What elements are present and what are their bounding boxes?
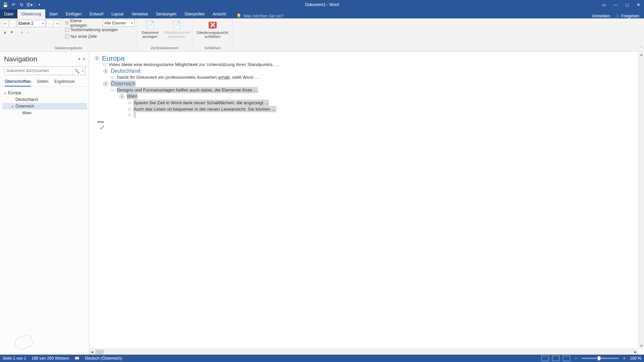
- scroll-right-icon[interactable]: ▶: [633, 350, 638, 354]
- collapse-ribbon-icon[interactable]: ˄: [640, 46, 642, 50]
- tab-mailings[interactable]: Sendungen: [152, 9, 180, 18]
- scroll-thumb[interactable]: [96, 350, 104, 354]
- status-language[interactable]: Deutsch (Österreich): [85, 356, 122, 361]
- scroll-up-icon[interactable]: ▲: [639, 52, 644, 57]
- outline-h2-oesterreich[interactable]: Österreich: [95, 80, 644, 87]
- promote-to-heading1-button[interactable]: ⇤: [2, 20, 9, 27]
- document-icon: 📄: [145, 20, 155, 30]
- nav-close-icon[interactable]: ✕: [83, 57, 86, 61]
- close-outline-view-button[interactable]: ✕ Gliederungsansichtschließen: [195, 20, 230, 39]
- outline-empty-row[interactable]: [95, 112, 644, 118]
- expand-plus-icon[interactable]: [95, 56, 99, 61]
- view-read-mode-icon[interactable]: [541, 356, 549, 361]
- share-button[interactable]: 👤 Freigeben: [615, 14, 639, 18]
- search-dropdown-icon[interactable]: ▾: [80, 69, 85, 72]
- tab-outlining[interactable]: Gliederung: [17, 9, 45, 18]
- nav-tab-headings[interactable]: Überschriften: [5, 77, 31, 86]
- qat-separator: [34, 2, 35, 8]
- tab-references[interactable]: Verweise: [127, 9, 152, 18]
- ribbon: ⇤ ← Ebene 2 ▾ → ⇥ ▲ ▼ ＋ －: [0, 18, 644, 52]
- nav-node-europa[interactable]: ▴ Europa: [2, 89, 87, 96]
- ribbon-display-options-icon[interactable]: ▭: [598, 0, 610, 9]
- outline-body-row[interactable]: Video bietet eine leistungsstarke Möglic…: [95, 61, 644, 68]
- navigation-search[interactable]: 🔍 ▾: [4, 66, 86, 75]
- outline-content: Europa Video bietet eine leistungsstarke…: [89, 52, 644, 131]
- zoom-out-button[interactable]: −: [574, 356, 578, 361]
- horizontal-scrollbar[interactable]: ◀ ▶: [89, 349, 638, 355]
- tab-home[interactable]: Start: [45, 9, 62, 18]
- view-web-layout-icon[interactable]: [563, 356, 570, 361]
- show-level-icon: ☷: [65, 21, 69, 25]
- outline-body-row[interactable]: Damit Ihr Dokument ein professionelles A…: [95, 74, 644, 80]
- promote-button[interactable]: ←: [9, 20, 16, 27]
- status-word-count[interactable]: 166 von 260 Wörtern: [32, 356, 69, 361]
- group-label-master: Zentraldokument: [139, 46, 190, 51]
- section-end-mark: [97, 122, 104, 122]
- vertical-scrollbar[interactable]: ▲ ▼: [638, 52, 644, 349]
- show-level-select[interactable]: Alle Ebenen ▾: [103, 19, 135, 27]
- collapse-button[interactable]: －: [25, 29, 32, 35]
- sign-in-link[interactable]: Anmelden: [592, 14, 610, 18]
- show-document-button[interactable]: 📄 Dokumentanzeigen: [139, 20, 161, 44]
- outline-body-row[interactable]: Sparen Sie Zeit in Word dank neuer Schal…: [95, 100, 644, 106]
- tab-view[interactable]: Ansicht: [209, 9, 230, 18]
- window-controls: ▭ — ◻ ✕: [598, 0, 644, 9]
- tell-me-search[interactable]: 💡 Was möchten Sie tun?: [236, 13, 284, 18]
- maximize-icon[interactable]: ◻: [621, 0, 633, 9]
- document-area[interactable]: Europa Video bietet eine leistungsstarke…: [89, 52, 644, 355]
- zoom-percent[interactable]: 100 %: [630, 356, 641, 361]
- nav-node-wien[interactable]: Wien: [2, 110, 87, 116]
- minimize-icon[interactable]: —: [610, 0, 621, 9]
- expand-button[interactable]: ＋: [19, 29, 25, 35]
- first-line-only-checkbox[interactable]: ✓Nur erste Zeile: [65, 33, 135, 40]
- body-bullet-icon: [111, 76, 114, 79]
- demote-button[interactable]: →: [46, 20, 53, 27]
- outline-body-row[interactable]: Designs und Formatvorlagen helfen auch d…: [95, 87, 644, 93]
- show-formatting-checkbox[interactable]: ✓Textformatierung anzeigen: [65, 26, 135, 33]
- zoom-slider-handle[interactable]: [598, 356, 600, 360]
- undo-icon[interactable]: ↶: [9, 1, 17, 9]
- tab-layout[interactable]: Layout: [107, 9, 127, 18]
- zoom-in-button[interactable]: +: [622, 356, 627, 361]
- expand-plus-icon[interactable]: [119, 94, 124, 99]
- zoom-slider[interactable]: [582, 358, 619, 359]
- scroll-left-icon[interactable]: ◀: [89, 350, 95, 354]
- demote-to-body-button[interactable]: ⇥: [54, 20, 60, 27]
- redo-icon[interactable]: ↻: [17, 1, 25, 9]
- move-up-button[interactable]: ▲: [2, 29, 8, 35]
- close-window-icon[interactable]: ✕: [633, 0, 644, 9]
- nav-tab-pages[interactable]: Seiten: [37, 77, 48, 86]
- scroll-down-icon[interactable]: ▼: [639, 343, 644, 349]
- outline-h1-europa[interactable]: Europa: [95, 55, 644, 61]
- outline-body-row[interactable]: Auch das Lesen ist bequemer in der neuen…: [95, 106, 644, 112]
- qat-customize-icon[interactable]: ▾: [35, 1, 43, 9]
- tab-insert[interactable]: Einfügen: [62, 9, 86, 18]
- outline-level-select[interactable]: Ebene 2 ▾: [17, 20, 46, 27]
- save-icon[interactable]: 💾: [1, 1, 9, 9]
- move-down-button[interactable]: ▼: [9, 29, 15, 35]
- tab-design[interactable]: Entwurf: [86, 9, 107, 18]
- watermark-logo-icon: [12, 330, 36, 351]
- nav-tab-results[interactable]: Ergebnisse: [54, 77, 74, 86]
- show-level-label: Ebene anzeigen:: [70, 18, 100, 28]
- search-icon[interactable]: 🔍: [72, 67, 80, 75]
- search-input[interactable]: [4, 68, 72, 73]
- collapse-caret-icon[interactable]: ▴: [3, 91, 7, 95]
- tab-file[interactable]: Datei: [0, 9, 17, 18]
- group-label-tools: Gliederungstools: [2, 46, 135, 51]
- view-print-layout-icon[interactable]: [552, 356, 559, 361]
- collapse-caret-icon[interactable]: ▴: [11, 105, 14, 108]
- nav-node-deutschland[interactable]: Deutschland: [2, 96, 87, 103]
- outline-h2-deutschland[interactable]: Deutschland: [95, 68, 644, 74]
- status-proofing-icon[interactable]: 📖: [74, 356, 79, 361]
- window-title: Dokument1 - Word: [305, 2, 339, 7]
- outline-h3-wien[interactable]: Wien: [95, 93, 644, 100]
- nav-menu-icon[interactable]: ▾: [78, 57, 80, 61]
- touch-mode-icon[interactable]: ☰▾: [25, 1, 34, 9]
- cursor-arrow-icon: ⤢: [99, 124, 644, 131]
- expand-plus-icon[interactable]: [103, 69, 108, 73]
- nav-node-oesterreich[interactable]: ▴ Österreich: [2, 103, 87, 110]
- tab-review[interactable]: Überprüfen: [180, 9, 209, 18]
- status-page[interactable]: Seite 1 von 1: [3, 356, 26, 361]
- expand-plus-icon[interactable]: [103, 81, 108, 86]
